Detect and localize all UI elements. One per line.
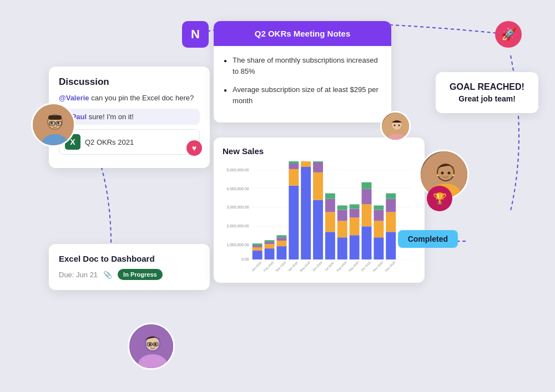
task-meta: Due: Jun 21 📎 In Progress	[59, 269, 200, 280]
svg-text:5,000,000.00: 5,000,000.00	[226, 168, 249, 172]
svg-text:1,000,000.00: 1,000,000.00	[226, 243, 249, 247]
svg-rect-59	[289, 164, 299, 169]
task-card: Excel Doc to Dashboard Due: Jun 21 📎 In …	[49, 244, 210, 290]
svg-rect-87	[386, 232, 396, 259]
svg-rect-72	[337, 221, 347, 237]
svg-rect-71	[337, 237, 347, 259]
svg-rect-67	[325, 232, 335, 259]
svg-rect-52	[265, 240, 275, 242]
file-attachment[interactable]: X Q2 OKRs 2021	[59, 129, 200, 155]
goal-title: GOAL REACHED!	[446, 82, 528, 92]
svg-text:Sep-2020: Sep-2020	[348, 261, 360, 272]
svg-rect-55	[276, 237, 286, 241]
svg-rect-86	[374, 206, 384, 210]
svg-rect-62	[301, 161, 311, 167]
svg-rect-82	[362, 182, 372, 189]
svg-rect-90	[386, 194, 396, 199]
svg-text:Aug-2020: Aug-2020	[336, 261, 347, 272]
svg-rect-49	[265, 248, 275, 259]
notion-icon: N	[182, 21, 209, 48]
svg-text:Dec-2020: Dec-2020	[384, 261, 396, 272]
avatar-female-bottom	[128, 323, 175, 370]
svg-rect-54	[276, 241, 286, 246]
svg-text:Jul-2020: Jul-2020	[324, 261, 335, 272]
okr-header: Q2 OKRs Meeting Notes	[214, 21, 391, 46]
svg-point-23	[452, 174, 455, 176]
svg-rect-56	[276, 235, 286, 237]
svg-rect-70	[325, 194, 335, 199]
svg-rect-83	[374, 237, 384, 259]
discussion-title: Discussion	[59, 77, 200, 88]
svg-rect-74	[337, 206, 347, 210]
message1: @Valerie can you pin the Excel doc here?	[59, 93, 200, 103]
svg-rect-50	[265, 244, 275, 248]
okr-bullet-2: Average subscription size of at least $2…	[224, 84, 381, 106]
svg-rect-66	[313, 161, 323, 162]
trophy-icon: 🏆	[427, 186, 452, 211]
svg-text:Mar-2020: Mar-2020	[275, 261, 287, 272]
svg-text:Oct-2020: Oct-2020	[360, 261, 371, 271]
okr-bullet2-text: Average subscription size of at least $2…	[233, 84, 381, 106]
rocket-icon: 🚀	[495, 21, 522, 48]
message2-bubble: @Paul sure! I'm on it!	[59, 109, 200, 125]
svg-rect-53	[276, 246, 286, 259]
svg-rect-79	[362, 226, 372, 259]
svg-text:2,000,000.00: 2,000,000.00	[226, 224, 249, 228]
svg-rect-58	[289, 169, 299, 186]
svg-point-5	[51, 122, 53, 124]
svg-rect-4	[48, 115, 62, 120]
file-name: Q2 OKRs 2021	[85, 138, 134, 146]
svg-point-29	[154, 343, 157, 345]
due-date: Due: Jun 21	[59, 271, 98, 279]
svg-text:Jun-2020: Jun-2020	[311, 261, 322, 272]
svg-rect-84	[374, 221, 384, 237]
svg-rect-57	[289, 186, 299, 259]
svg-text:3,000,000.00: 3,000,000.00	[226, 206, 249, 210]
svg-point-6	[57, 122, 59, 124]
svg-rect-80	[362, 205, 372, 227]
svg-rect-63	[313, 200, 323, 259]
message1-text: can you pin the Excel doc here?	[89, 94, 194, 102]
svg-point-20	[441, 172, 444, 175]
svg-rect-76	[350, 217, 360, 235]
svg-rect-60	[289, 161, 299, 164]
avatar-female-top	[380, 111, 411, 141]
completed-badge: Completed	[398, 230, 458, 248]
svg-text:Nov-2020: Nov-2020	[372, 261, 384, 272]
okr-body: The share of monthly subscriptions incre…	[214, 46, 391, 123]
svg-rect-73	[337, 210, 347, 221]
svg-rect-61	[301, 167, 311, 259]
task-title: Excel Doc to Dashboard	[59, 254, 200, 263]
svg-rect-81	[362, 189, 372, 205]
chart-title: New Sales	[223, 146, 416, 156]
svg-point-22	[437, 174, 439, 176]
svg-text:Jan-2020: Jan-2020	[251, 261, 262, 272]
svg-rect-64	[313, 172, 323, 200]
chart-card: New Sales 5,000,000.00 4,000,000.00 3,00…	[214, 138, 425, 283]
okr-bullet-1: The share of monthly subscriptions incre…	[224, 55, 381, 77]
svg-rect-68	[325, 212, 335, 232]
svg-rect-51	[265, 242, 275, 244]
heart-button[interactable]: ♥	[186, 140, 202, 156]
svg-rect-65	[313, 162, 323, 172]
svg-text:0.00: 0.00	[241, 257, 249, 261]
svg-text:Apr-2020: Apr-2020	[287, 261, 299, 271]
svg-rect-85	[374, 210, 384, 221]
clip-icon: 📎	[103, 271, 112, 279]
avatar-male	[31, 103, 75, 147]
status-badge[interactable]: In Progress	[118, 269, 163, 280]
svg-rect-78	[350, 205, 360, 209]
svg-point-14	[394, 125, 396, 126]
svg-point-21	[448, 172, 451, 175]
svg-point-28	[149, 343, 151, 345]
okr-bullet1-text: The share of monthly subscriptions incre…	[233, 55, 381, 77]
svg-rect-46	[253, 247, 263, 251]
svg-text:4,000,000.00: 4,000,000.00	[226, 187, 249, 191]
svg-point-15	[398, 125, 400, 126]
svg-rect-69	[325, 199, 335, 212]
bar-chart: 5,000,000.00 4,000,000.00 3,000,000.00 2…	[223, 161, 416, 272]
goal-subtitle: Great job team!	[446, 94, 528, 103]
svg-rect-75	[350, 235, 360, 259]
goal-card: GOAL REACHED! Great job team!	[436, 72, 538, 113]
svg-rect-89	[386, 199, 396, 212]
